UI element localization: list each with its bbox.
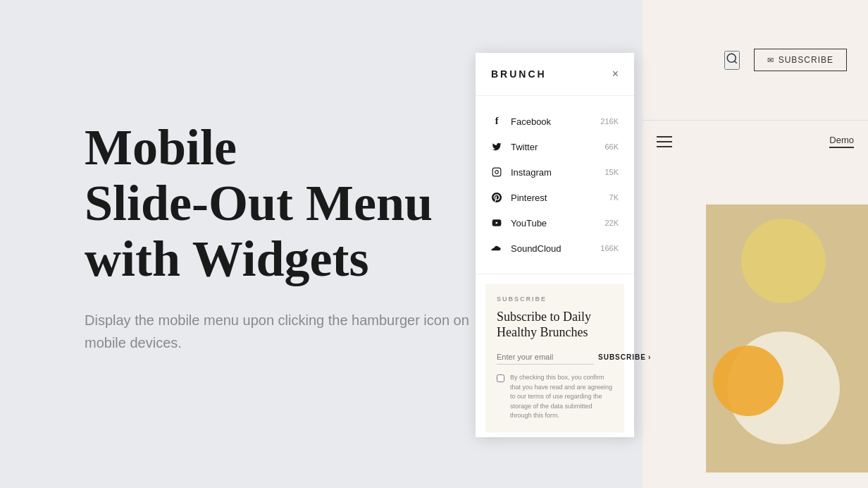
title-line3: with Widgets: [85, 231, 368, 287]
pinterest-count: 7K: [609, 193, 619, 202]
envelope-icon: ✉: [767, 56, 774, 65]
social-item-instagram[interactable]: Instagram 15K: [476, 159, 634, 185]
widget-title: Subscribe to Daily Healthy Brunches: [497, 310, 613, 340]
subscribe-label: SUBSCRIBE: [779, 55, 833, 65]
hamburger-line1: [657, 136, 672, 138]
search-button[interactable]: [724, 51, 740, 70]
hamburger-line3: [657, 146, 672, 147]
social-left-twitter: Twitter: [491, 141, 538, 152]
right-navbar: Demo: [643, 120, 868, 162]
svg-rect-2: [492, 168, 501, 176]
food-visual: [706, 205, 868, 472]
facebook-label: Facebook: [511, 116, 551, 127]
twitter-count: 66K: [604, 142, 619, 151]
subscribe-inline-label: SUBSCRIBE: [598, 353, 646, 361]
menu-header: BRUNCH ×: [476, 53, 634, 96]
menu-brand: BRUNCH: [491, 68, 547, 80]
soundcloud-icon: [491, 243, 502, 254]
social-left-pinterest: Pinterest: [491, 192, 547, 203]
soundcloud-count: 166K: [600, 244, 619, 252]
social-item-youtube[interactable]: YouTube 22K: [476, 210, 634, 236]
page-title: Mobile Slide-Out Menu with Widgets: [85, 120, 472, 288]
facebook-icon: [491, 116, 502, 127]
youtube-label: YouTube: [511, 218, 547, 228]
chevron-right-icon: ›: [648, 353, 651, 361]
hamburger-line2: [657, 141, 672, 142]
social-links-list: Facebook 216K Twitter 66K: [476, 96, 634, 274]
left-content-area: Mobile Slide-Out Menu with Widgets Displ…: [85, 120, 472, 354]
social-item-facebook[interactable]: Facebook 216K: [476, 109, 634, 134]
pinterest-label: Pinterest: [511, 193, 547, 203]
subscribe-button-right[interactable]: ✉ SUBSCRIBE: [754, 49, 847, 71]
close-button[interactable]: ×: [612, 68, 619, 80]
youtube-icon: [491, 217, 502, 228]
email-input[interactable]: [497, 350, 594, 365]
social-item-twitter[interactable]: Twitter 66K: [476, 134, 634, 159]
soundcloud-label: SoundCloud: [511, 243, 562, 254]
right-topbar: ✉ SUBSCRIBE: [643, 0, 868, 120]
social-item-pinterest[interactable]: Pinterest 7K: [476, 185, 634, 210]
email-row: SUBSCRIBE ›: [497, 350, 613, 365]
consent-text: By checking this box, you confirm that y…: [510, 373, 613, 421]
instagram-count: 15K: [604, 168, 619, 176]
facebook-count: 216K: [600, 117, 619, 126]
social-left-facebook: Facebook: [491, 116, 551, 127]
subscribe-widget: SUBSCRIBE Subscribe to Daily Healthy Bru…: [485, 284, 624, 432]
svg-line-1: [734, 61, 736, 63]
orange-decoration: [713, 346, 783, 416]
twitter-label: Twitter: [511, 142, 538, 152]
social-item-soundcloud[interactable]: SoundCloud 166K: [476, 236, 634, 261]
food-image-area: [706, 205, 868, 472]
social-left-soundcloud: SoundCloud: [491, 243, 562, 254]
title-line1: Mobile: [85, 119, 237, 176]
consent-checkbox[interactable]: [497, 374, 504, 382]
lemon-decoration: [741, 219, 826, 303]
social-left-youtube: YouTube: [491, 217, 547, 228]
description-text: Display the mobile menu upon clicking th…: [85, 309, 472, 354]
right-panel: ✉ SUBSCRIBE Demo: [643, 0, 868, 488]
youtube-count: 22K: [604, 219, 619, 227]
instagram-icon: [491, 166, 502, 178]
checkbox-row: By checking this box, you confirm that y…: [497, 373, 613, 421]
subscribe-inline-button[interactable]: SUBSCRIBE ›: [598, 353, 651, 361]
title-line2: Slide-Out Menu: [85, 175, 433, 231]
widget-title-line2: Healthy Brunches: [497, 325, 588, 339]
instagram-label: Instagram: [511, 167, 552, 178]
hamburger-button[interactable]: [657, 136, 672, 147]
widget-title-line1: Subscribe to Daily: [497, 310, 591, 324]
widget-label: SUBSCRIBE: [497, 295, 613, 303]
slide-menu-panel: BRUNCH × Facebook 216K Twitter 66K: [476, 53, 634, 437]
svg-point-0: [727, 54, 736, 62]
pinterest-icon: [491, 192, 502, 203]
twitter-icon: [491, 141, 502, 152]
social-left-instagram: Instagram: [491, 166, 552, 178]
demo-link[interactable]: Demo: [829, 135, 854, 148]
